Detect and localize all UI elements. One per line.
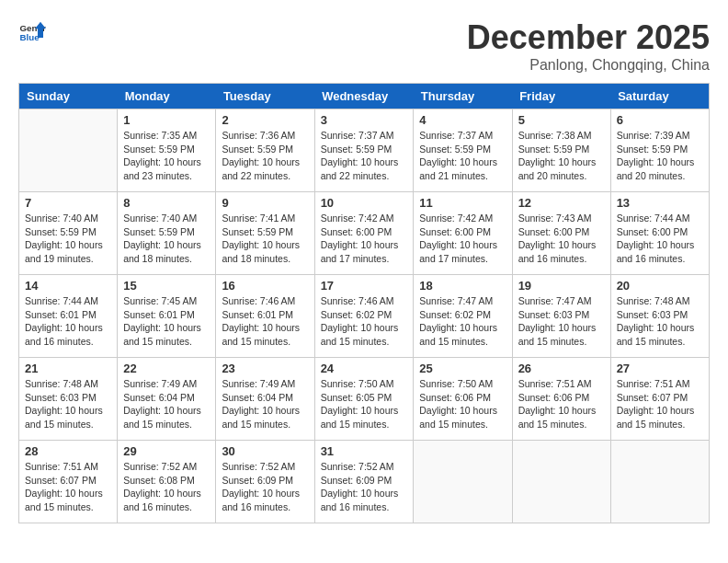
calendar-cell: 6Sunrise: 7:39 AMSunset: 5:59 PMDaylight… xyxy=(610,109,709,192)
calendar-cell: 18Sunrise: 7:47 AMSunset: 6:02 PMDayligh… xyxy=(414,275,512,358)
day-number: 14 xyxy=(25,279,111,293)
calendar-cell: 9Sunrise: 7:41 AMSunset: 5:59 PMDaylight… xyxy=(216,192,314,275)
day-info: Sunrise: 7:38 AMSunset: 5:59 PMDaylight:… xyxy=(518,129,605,183)
day-info: Sunrise: 7:35 AMSunset: 5:59 PMDaylight:… xyxy=(123,129,210,183)
day-info: Sunrise: 7:46 AMSunset: 6:01 PMDaylight:… xyxy=(222,294,308,349)
calendar-cell: 19Sunrise: 7:47 AMSunset: 6:03 PMDayligh… xyxy=(512,275,610,358)
day-number: 5 xyxy=(518,113,605,127)
week-row-2: 7Sunrise: 7:40 AMSunset: 5:59 PMDaylight… xyxy=(19,192,710,275)
day-info: Sunrise: 7:49 AMSunset: 6:04 PMDaylight:… xyxy=(222,377,308,431)
day-number: 24 xyxy=(321,362,408,375)
day-info: Sunrise: 7:40 AMSunset: 5:59 PMDaylight:… xyxy=(25,212,111,266)
day-number: 12 xyxy=(518,196,605,210)
column-header-saturday: Saturday xyxy=(610,84,709,109)
day-info: Sunrise: 7:40 AMSunset: 5:59 PMDaylight:… xyxy=(123,212,210,266)
day-info: Sunrise: 7:39 AMSunset: 5:59 PMDaylight:… xyxy=(617,129,703,183)
day-info: Sunrise: 7:50 AMSunset: 6:05 PMDaylight:… xyxy=(321,377,408,431)
week-row-3: 14Sunrise: 7:44 AMSunset: 6:01 PMDayligh… xyxy=(19,275,710,358)
day-number: 11 xyxy=(419,196,506,210)
day-number: 6 xyxy=(617,113,703,127)
day-number: 30 xyxy=(222,444,308,458)
day-info: Sunrise: 7:43 AMSunset: 6:00 PMDaylight:… xyxy=(518,212,605,266)
day-info: Sunrise: 7:47 AMSunset: 6:02 PMDaylight:… xyxy=(419,294,506,349)
calendar-cell: 22Sunrise: 7:49 AMSunset: 6:04 PMDayligh… xyxy=(118,358,216,441)
day-number: 9 xyxy=(222,196,308,210)
calendar-cell: 12Sunrise: 7:43 AMSunset: 6:00 PMDayligh… xyxy=(512,192,610,275)
week-row-4: 21Sunrise: 7:48 AMSunset: 6:03 PMDayligh… xyxy=(19,358,710,441)
day-info: Sunrise: 7:41 AMSunset: 5:59 PMDaylight:… xyxy=(222,212,308,266)
day-info: Sunrise: 7:48 AMSunset: 6:03 PMDaylight:… xyxy=(617,294,703,349)
day-number: 18 xyxy=(419,279,506,293)
day-number: 27 xyxy=(617,362,703,375)
calendar-cell: 28Sunrise: 7:51 AMSunset: 6:07 PMDayligh… xyxy=(19,441,118,523)
calendar-cell: 27Sunrise: 7:51 AMSunset: 6:07 PMDayligh… xyxy=(610,358,709,441)
day-number: 22 xyxy=(123,362,210,375)
calendar-cell: 16Sunrise: 7:46 AMSunset: 6:01 PMDayligh… xyxy=(216,275,314,358)
day-number: 23 xyxy=(222,362,308,375)
column-header-monday: Monday xyxy=(118,84,216,109)
column-header-wednesday: Wednesday xyxy=(314,84,414,109)
day-number: 16 xyxy=(222,279,308,293)
day-info: Sunrise: 7:46 AMSunset: 6:02 PMDaylight:… xyxy=(321,294,408,349)
calendar-cell: 30Sunrise: 7:52 AMSunset: 6:09 PMDayligh… xyxy=(216,441,314,523)
day-number: 2 xyxy=(222,113,308,127)
day-info: Sunrise: 7:36 AMSunset: 5:59 PMDaylight:… xyxy=(222,129,308,183)
week-row-5: 28Sunrise: 7:51 AMSunset: 6:07 PMDayligh… xyxy=(19,441,710,523)
day-info: Sunrise: 7:44 AMSunset: 6:01 PMDaylight:… xyxy=(25,294,111,349)
title-area: December 2025 Panlong, Chongqing, China xyxy=(467,18,710,74)
calendar-cell: 8Sunrise: 7:40 AMSunset: 5:59 PMDaylight… xyxy=(118,192,216,275)
column-header-thursday: Thursday xyxy=(414,84,512,109)
day-info: Sunrise: 7:52 AMSunset: 6:09 PMDaylight:… xyxy=(321,460,408,514)
day-info: Sunrise: 7:52 AMSunset: 6:08 PMDaylight:… xyxy=(123,460,210,514)
day-number: 28 xyxy=(25,444,111,458)
day-number: 17 xyxy=(321,279,408,293)
column-header-sunday: Sunday xyxy=(19,84,118,109)
day-number: 3 xyxy=(321,113,408,127)
calendar-table: SundayMondayTuesdayWednesdayThursdayFrid… xyxy=(18,83,710,523)
day-info: Sunrise: 7:52 AMSunset: 6:09 PMDaylight:… xyxy=(222,460,308,514)
calendar-cell: 10Sunrise: 7:42 AMSunset: 6:00 PMDayligh… xyxy=(314,192,414,275)
header-row: SundayMondayTuesdayWednesdayThursdayFrid… xyxy=(19,84,710,109)
month-title: December 2025 xyxy=(467,18,710,57)
calendar-cell: 11Sunrise: 7:42 AMSunset: 6:00 PMDayligh… xyxy=(414,192,512,275)
day-info: Sunrise: 7:50 AMSunset: 6:06 PMDaylight:… xyxy=(419,377,506,431)
day-info: Sunrise: 7:48 AMSunset: 6:03 PMDaylight:… xyxy=(25,377,111,431)
day-number: 8 xyxy=(123,196,210,210)
calendar-cell: 17Sunrise: 7:46 AMSunset: 6:02 PMDayligh… xyxy=(314,275,414,358)
calendar-cell xyxy=(414,441,512,523)
day-info: Sunrise: 7:51 AMSunset: 6:07 PMDaylight:… xyxy=(25,460,111,514)
calendar-cell: 14Sunrise: 7:44 AMSunset: 6:01 PMDayligh… xyxy=(19,275,118,358)
day-number: 13 xyxy=(617,196,703,210)
calendar-cell: 21Sunrise: 7:48 AMSunset: 6:03 PMDayligh… xyxy=(19,358,118,441)
logo-icon: General Blue xyxy=(18,18,46,46)
logo: General Blue xyxy=(18,18,46,46)
day-info: Sunrise: 7:47 AMSunset: 6:03 PMDaylight:… xyxy=(518,294,605,349)
day-info: Sunrise: 7:42 AMSunset: 6:00 PMDaylight:… xyxy=(419,212,506,266)
calendar-cell xyxy=(512,441,610,523)
calendar-cell: 3Sunrise: 7:37 AMSunset: 5:59 PMDaylight… xyxy=(314,109,414,192)
day-info: Sunrise: 7:37 AMSunset: 5:59 PMDaylight:… xyxy=(321,129,408,183)
calendar-cell: 31Sunrise: 7:52 AMSunset: 6:09 PMDayligh… xyxy=(314,441,414,523)
day-number: 1 xyxy=(123,113,210,127)
day-number: 31 xyxy=(321,444,408,458)
day-number: 21 xyxy=(25,362,111,375)
calendar-cell: 4Sunrise: 7:37 AMSunset: 5:59 PMDaylight… xyxy=(414,109,512,192)
day-number: 20 xyxy=(617,279,703,293)
calendar-cell: 20Sunrise: 7:48 AMSunset: 6:03 PMDayligh… xyxy=(610,275,709,358)
day-info: Sunrise: 7:44 AMSunset: 6:00 PMDaylight:… xyxy=(617,212,703,266)
calendar-cell: 24Sunrise: 7:50 AMSunset: 6:05 PMDayligh… xyxy=(314,358,414,441)
day-number: 15 xyxy=(123,279,210,293)
day-info: Sunrise: 7:45 AMSunset: 6:01 PMDaylight:… xyxy=(123,294,210,349)
column-header-friday: Friday xyxy=(512,84,610,109)
page-header: General Blue December 2025 Panlong, Chon… xyxy=(18,18,710,74)
calendar-cell: 23Sunrise: 7:49 AMSunset: 6:04 PMDayligh… xyxy=(216,358,314,441)
day-number: 29 xyxy=(123,444,210,458)
calendar-cell: 26Sunrise: 7:51 AMSunset: 6:06 PMDayligh… xyxy=(512,358,610,441)
day-number: 4 xyxy=(419,113,506,127)
calendar-cell: 15Sunrise: 7:45 AMSunset: 6:01 PMDayligh… xyxy=(118,275,216,358)
calendar-cell xyxy=(610,441,709,523)
day-number: 7 xyxy=(25,196,111,210)
calendar-cell: 25Sunrise: 7:50 AMSunset: 6:06 PMDayligh… xyxy=(414,358,512,441)
day-info: Sunrise: 7:37 AMSunset: 5:59 PMDaylight:… xyxy=(419,129,506,183)
week-row-1: 1Sunrise: 7:35 AMSunset: 5:59 PMDaylight… xyxy=(19,109,710,192)
